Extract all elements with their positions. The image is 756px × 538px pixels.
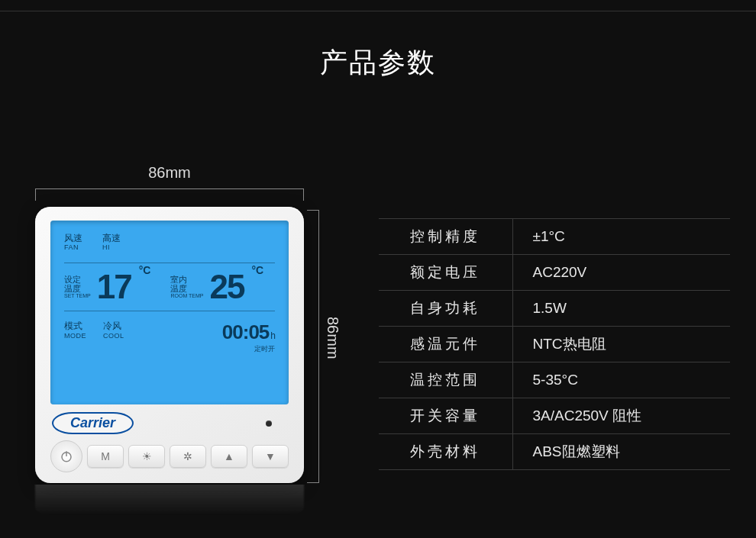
lcd-divider — [64, 263, 275, 263]
lcd-settemp-cn2: 温度 — [64, 284, 91, 293]
page-title: 产品参数 — [0, 44, 756, 82]
spec-label: 额定电压 — [379, 255, 512, 291]
sun-button[interactable]: ☀ — [128, 445, 165, 468]
spec-label: 外壳材料 — [379, 434, 512, 470]
table-row: 温控范围5-35°C — [379, 362, 730, 398]
spec-label: 感温元件 — [379, 327, 512, 362]
dimension-width-label: 86mm — [35, 164, 304, 182]
mode-button[interactable]: M — [87, 445, 124, 468]
top-divider — [0, 11, 756, 11]
lcd-fan-en: FAN — [64, 243, 79, 252]
reflection — [35, 485, 304, 515]
lcd-fan-cn: 风速 — [64, 233, 82, 243]
lcd-timer: 00:05h — [222, 321, 275, 344]
lcd-fanlevel-en: HI — [102, 243, 110, 252]
spec-label: 自身功耗 — [379, 291, 512, 327]
lcd-timer-value: 00:05 — [222, 321, 270, 343]
lcd-roomtemp-cn2: 温度 — [170, 284, 203, 293]
dimension-width-bracket — [35, 188, 304, 201]
lcd-roomtemp-en: ROOM TEMP — [170, 293, 203, 299]
up-button[interactable]: ▲ — [211, 445, 247, 468]
lcd-screen: 风速 FAN 高速 HI 设定 温度 SET TEMP 17 °C — [50, 221, 289, 404]
lcd-modeval-cn: 冷风 — [103, 321, 124, 331]
dimension-height-label: 86mm — [324, 317, 341, 359]
lcd-mode-row: 模式 MODE 冷风 COOL 00:05h 定时开 — [64, 321, 275, 354]
table-row: 额定电压AC220V — [379, 255, 730, 291]
table-row: 开关容量3A/AC250V 阻性 — [379, 398, 730, 434]
lcd-room-temp-unit: °C — [251, 264, 263, 276]
lcd-mode-en: MODE — [64, 332, 86, 340]
lcd-fan-row: 风速 FAN 高速 HI — [64, 233, 275, 252]
thermostat-device: 风速 FAN 高速 HI 设定 温度 SET TEMP 17 °C — [35, 207, 304, 483]
spec-label: 控制精度 — [379, 219, 512, 255]
table-row: 控制精度±1°C — [379, 219, 730, 255]
lcd-divider — [64, 311, 275, 311]
spec-value: 5-35°C — [512, 362, 730, 398]
lcd-modeval-en: COOL — [103, 332, 124, 340]
spec-value: ±1°C — [512, 219, 730, 255]
spec-value: NTC热电阻 — [512, 327, 730, 362]
power-button[interactable] — [50, 440, 82, 472]
down-button[interactable]: ▼ — [252, 445, 289, 468]
lcd-timer-unit: h — [270, 330, 275, 341]
lcd-mode-cn: 模式 — [64, 321, 86, 331]
lcd-roomtemp-cn1: 室内 — [170, 275, 203, 284]
spec-value: 1.5W — [512, 291, 730, 327]
table-row: 外壳材料ABS阻燃塑料 — [379, 434, 730, 470]
lcd-temp-row: 设定 温度 SET TEMP 17 °C 室内 温度 ROOM TEMP 25 … — [64, 268, 275, 306]
power-icon — [60, 449, 73, 463]
lcd-timer-sub: 定时开 — [222, 344, 275, 354]
lcd-settemp-cn1: 设定 — [64, 275, 91, 284]
lcd-room-temp-value: 25 — [209, 268, 244, 306]
spec-value: AC220V — [512, 255, 730, 291]
dimension-height-bracket — [307, 210, 319, 483]
spec-table: 控制精度±1°C额定电压AC220V自身功耗1.5W感温元件NTC热电阻温控范围… — [379, 218, 730, 470]
indicator-led — [266, 420, 272, 427]
lcd-set-temp-unit: °C — [139, 264, 151, 276]
fan-button[interactable]: ✲ — [170, 445, 206, 468]
spec-value: ABS阻燃塑料 — [512, 434, 730, 470]
spec-value: 3A/AC250V 阻性 — [512, 398, 730, 434]
button-row: M ☀ ✲ ▲ ▼ — [50, 440, 289, 472]
lcd-set-temp-value: 17 — [97, 268, 131, 306]
table-row: 感温元件NTC热电阻 — [379, 327, 730, 362]
brand-logo: Carrier — [52, 412, 134, 434]
lcd-settemp-en: SET TEMP — [64, 293, 91, 299]
lcd-fanlevel-cn: 高速 — [102, 233, 121, 243]
spec-label: 开关容量 — [379, 398, 512, 434]
spec-label: 温控范围 — [379, 362, 512, 398]
table-row: 自身功耗1.5W — [379, 291, 730, 327]
